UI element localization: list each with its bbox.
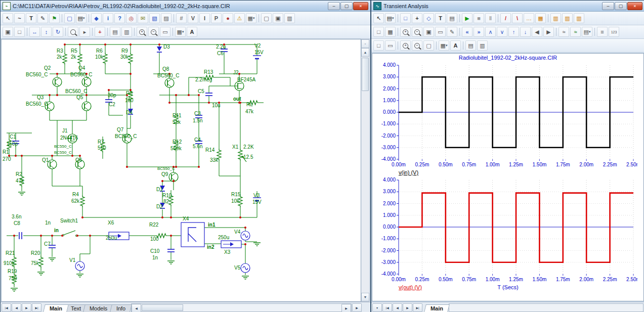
zoom-area-icon[interactable]: ▭ [160,27,170,37]
pause-button-icon[interactable]: ‖ [485,13,496,23]
analysis-plots-icon[interactable]: ▧ [149,13,160,23]
copy-icon[interactable]: ▤ [110,27,120,37]
add-page-icon[interactable]: ▢ [261,13,272,23]
plot-vin[interactable]: 0.00m0.25m0.50m0.75m1.00m1.25m1.50m1.75m… [374,62,637,169]
page-nav-button[interactable]: ◀ [12,303,21,312]
node-voltages-icon[interactable]: V [188,13,198,23]
vertical-scroll-track[interactable] [361,57,369,293]
numeric-values-icon[interactable]: 123 [609,27,619,37]
go-to-high-icon[interactable]: ↑ [508,27,519,37]
info-mode-icon[interactable]: i [103,13,113,23]
schematic-canvas[interactable]: R32kR52kR610kR930kD32.2uC6V215VQ2BC560_C… [1,39,361,302]
grid-style-icon[interactable]: ▦▾ [175,27,186,37]
negative-slope-icon[interactable]: \ [512,13,523,23]
page-nav-button[interactable]: ◀ [393,303,402,312]
error-flags-icon[interactable]: ⚠ [234,13,245,23]
tab-main[interactable]: Main [424,304,450,312]
zoom-out-icon[interactable]: − [148,27,159,37]
plot1-legend[interactable]: v(in) (V) [399,169,418,177]
go-to-low-icon[interactable]: ↓ [520,27,531,37]
next-valley-icon[interactable]: ∨ [497,27,507,37]
vertical-scrollbar[interactable]: ▫ ▲ ▼ [361,39,370,302]
cursor-right-icon[interactable]: ▶ [543,27,554,37]
help-mode-icon[interactable]: ? [114,13,125,23]
page-nav-button[interactable]: ▶| [413,303,422,312]
cursor-left-icon[interactable]: ◀ [532,27,542,37]
analysis-titlebar[interactable]: ∿ Transient Analysis –▢× [371,1,644,12]
horizontal-scroll-track[interactable] [184,304,341,311]
page-nav-button[interactable]: |◀ [382,303,392,312]
scroll-down-button[interactable]: ▼ [361,293,369,301]
flag-mode-icon[interactable]: ⚑ [49,13,60,23]
crosshair-icon[interactable]: + [95,27,105,37]
align-cursor-left-icon[interactable]: ▥ [550,13,561,23]
model-editor-icon[interactable]: ▨ [161,13,171,23]
schematic-titlebar[interactable]: ⌁ C:\MC11\DATA\Petrov\RIAA\Petrov_RL1992… [1,1,370,12]
align-cursor-right-icon[interactable]: ▥ [574,13,584,23]
zoom-in-icon[interactable]: + [137,27,147,37]
run-button-icon[interactable]: ▶ [462,13,473,23]
grid-style-icon[interactable]: ▦▾ [439,40,449,51]
stop-button-icon[interactable]: ■ [474,13,484,23]
page-nav-button[interactable]: ▶ [403,303,412,312]
cursor-left-end-icon[interactable]: « [462,27,473,37]
plot-vout[interactable]: 0.00m0.25m0.50m0.75m1.00m1.25m1.50m1.75m… [374,177,637,284]
copy-graph-icon[interactable]: ▤▾ [385,13,396,23]
pin-connections-icon[interactable]: ● [223,13,233,23]
recent-parts-icon[interactable]: ▤▾ [76,13,87,23]
cursor-mode-icon[interactable]: + [412,13,422,23]
waveform-next-icon[interactable]: ≈ [570,27,581,37]
window-arrange-icon[interactable]: ▣ [3,27,13,37]
branch-currents-icon[interactable]: I [199,13,210,23]
data-points-icon[interactable]: … [524,13,534,23]
zoom-fit-icon[interactable]: ▣ [423,27,434,37]
scroll-left-button[interactable]: ◀ [132,304,141,312]
paste-icon[interactable]: ▥ [121,27,132,37]
select-tool-icon[interactable]: ↖ [373,13,384,23]
zoom-in-icon[interactable]: + [400,27,411,37]
one-plot-icon[interactable]: □ [373,27,384,37]
flip-vertical-icon[interactable]: ↕ [41,27,52,37]
zoom-in-icon[interactable]: + [400,40,411,51]
schematic-drawing[interactable]: R32kR52kR610kR930kD32.2uC6V215VQ2BC560_C… [2,39,361,302]
page-nav-button[interactable]: ▶ [22,303,31,312]
font-settings-icon[interactable]: A [450,40,461,51]
vertical-scroll-thumb[interactable] [362,58,369,91]
copy-window-icon[interactable]: ▥ [477,40,488,51]
grid-toggle-icon[interactable]: ▦▾ [246,13,256,23]
auto-scale-icon[interactable]: ▭ [435,27,446,37]
waveform-stack-icon[interactable]: ▤▾ [582,27,592,37]
page-settings-icon[interactable]: ▥ [284,13,295,23]
component-mode-icon[interactable]: ▢ [64,13,75,23]
zoom-mode-icon[interactable]: □ [400,13,411,23]
cursor-right-end-icon[interactable]: » [474,27,484,37]
probe-mode-icon[interactable]: ◎ [126,13,137,23]
scroll-split-button[interactable]: ▫ [361,39,369,48]
tab-info[interactable]: Info [110,304,132,312]
rotate-icon[interactable]: ↻ [53,27,63,37]
horizontal-scrollbar[interactable] [449,303,643,312]
token-display-icon[interactable]: ▦ [535,13,546,23]
zoom-out-icon[interactable]: − [412,40,422,51]
page-nav-button[interactable]: ▶| [32,303,41,312]
report-mode-icon[interactable]: ✉ [138,13,148,23]
select-tool-icon[interactable]: ↖ [3,13,13,23]
page-nav-button[interactable]: |◀ [2,303,11,312]
pane-right-button[interactable]: ▶ [352,303,362,312]
font-settings-icon[interactable]: A [187,27,197,37]
split-plots-icon[interactable]: ▦ [385,27,396,37]
node-numbers-icon[interactable]: # [176,13,187,23]
scroll-right-button[interactable]: ▶ [341,304,351,312]
wire-mode-icon[interactable]: ~ [14,13,25,23]
copy-graph-icon[interactable]: ▤ [465,40,476,51]
close-button[interactable]: × [353,2,368,10]
tab-main[interactable]: Main [43,304,69,312]
zoom-custom-icon[interactable]: ▢ [423,40,434,51]
graphics-mode-icon[interactable]: ✎ [37,13,48,23]
next-peak-icon[interactable]: ∧ [485,27,496,37]
tag-mode-icon[interactable]: ◇ [423,13,434,23]
navigate-mode-icon[interactable]: ◆ [91,13,102,23]
align-cursor-center-icon[interactable]: ▥ [562,13,573,23]
maximize-button[interactable]: ▢ [615,2,627,10]
page-nav-button[interactable]: ▾ [372,303,382,312]
